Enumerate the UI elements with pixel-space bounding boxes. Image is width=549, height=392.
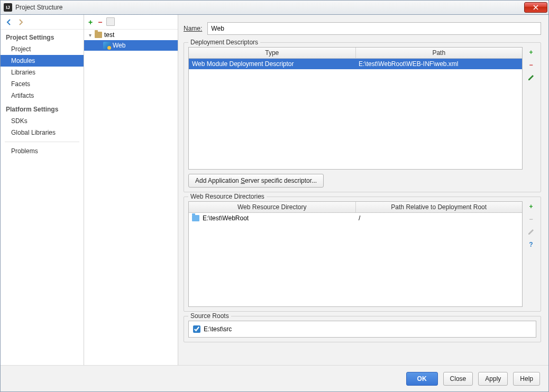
name-label: Name: bbox=[184, 25, 202, 32]
web-facet-icon bbox=[103, 42, 111, 49]
nav-toolbar bbox=[1, 15, 84, 30]
ok-button[interactable]: OK bbox=[406, 372, 438, 386]
tree-add-button[interactable]: + bbox=[88, 18, 93, 26]
group-legend: Web Resource Directories bbox=[188, 193, 267, 200]
tree-collapse-icon[interactable]: ▾ bbox=[87, 32, 93, 38]
window-close-button[interactable] bbox=[524, 2, 547, 13]
dialog-footer: OK Close Apply Help bbox=[1, 365, 548, 391]
cell-type: Web Module Deployment Descriptor bbox=[189, 59, 355, 69]
nav-divider bbox=[5, 142, 79, 142]
deploy-add-button[interactable]: + bbox=[527, 48, 535, 57]
nav-back-button[interactable] bbox=[5, 18, 13, 26]
source-roots-group: Source Roots E:\test\src bbox=[184, 316, 541, 342]
deploy-remove-button[interactable]: − bbox=[527, 61, 535, 69]
nav-item-project[interactable]: Project bbox=[1, 43, 84, 55]
tree-node-test[interactable]: ▾ test bbox=[84, 30, 178, 40]
nav-item-sdks[interactable]: SDKs bbox=[1, 115, 84, 127]
deploy-edit-button[interactable] bbox=[527, 73, 535, 82]
tree-toolbar: + − bbox=[84, 15, 178, 30]
apply-button[interactable]: Apply bbox=[478, 372, 508, 386]
tree-remove-button[interactable]: − bbox=[98, 18, 102, 26]
webres-help-button[interactable]: ? bbox=[527, 240, 535, 249]
table-row[interactable]: E:\test\WebRoot/ bbox=[189, 213, 522, 223]
webres-add-button[interactable]: + bbox=[527, 202, 535, 211]
pencil-icon bbox=[527, 74, 535, 81]
group-legend: Source Roots bbox=[188, 312, 231, 320]
folder-icon bbox=[95, 32, 102, 38]
tree-copy-button[interactable] bbox=[107, 18, 115, 26]
table-row[interactable]: Web Module Deployment DescriptorE:\test\… bbox=[189, 59, 522, 69]
app-icon: IJ bbox=[4, 3, 12, 12]
name-input[interactable] bbox=[207, 22, 541, 35]
arrow-right-icon bbox=[17, 18, 24, 26]
deployment-descriptors-group: Deployment Descriptors Type Path Web Mod… bbox=[184, 42, 541, 192]
window-title: Project Structure bbox=[15, 4, 62, 11]
folder-icon bbox=[192, 215, 199, 221]
nav-item-modules[interactable]: Modules bbox=[1, 55, 84, 67]
group-legend: Deployment Descriptors bbox=[188, 39, 260, 46]
source-root-label: E:\test\src bbox=[204, 325, 232, 333]
nav-item-artifacts[interactable]: Artifacts bbox=[1, 90, 84, 101]
tree-node-label: test bbox=[104, 31, 114, 39]
nav-forward-button[interactable] bbox=[16, 18, 25, 26]
col-type: Type bbox=[189, 48, 356, 58]
detail-panel: Name: Deployment Descriptors Type Path W… bbox=[178, 15, 548, 365]
nav-item-problems[interactable]: Problems bbox=[1, 145, 84, 157]
module-tree-panel: + − ▾ test Web bbox=[84, 15, 178, 365]
source-root-checkbox[interactable] bbox=[193, 325, 200, 333]
settings-nav: Project Settings ProjectModulesLibraries… bbox=[1, 15, 84, 365]
close-button[interactable]: Close bbox=[443, 372, 473, 386]
nav-item-global-libraries[interactable]: Global Libraries bbox=[1, 127, 84, 138]
nav-item-facets[interactable]: Facets bbox=[1, 78, 84, 90]
cell-path: E:\test\WebRoot\WEB-INF\web.xml bbox=[355, 59, 522, 69]
deployment-table[interactable]: Type Path Web Module Deployment Descript… bbox=[188, 47, 523, 170]
web-resource-directories-group: Web Resource Directories Web Resource Di… bbox=[184, 197, 541, 312]
help-button[interactable]: Help bbox=[513, 372, 540, 386]
webres-edit-button[interactable] bbox=[527, 228, 535, 236]
col-path: Path bbox=[356, 48, 523, 58]
nav-section-platform-settings: Platform Settings bbox=[1, 101, 84, 115]
col-relpath: Path Relative to Deployment Root bbox=[356, 202, 523, 212]
col-webdir: Web Resource Directory bbox=[189, 202, 356, 212]
cell-dir: E:\test\WebRoot bbox=[189, 213, 355, 223]
arrow-left-icon bbox=[5, 18, 13, 26]
titlebar: IJ Project Structure bbox=[0, 0, 549, 15]
pencil-icon bbox=[527, 228, 535, 236]
nav-section-project-settings: Project Settings bbox=[1, 30, 84, 43]
add-server-descriptor-button[interactable]: Add Application Server specific descript… bbox=[188, 174, 324, 188]
cell-relpath: / bbox=[355, 213, 522, 223]
close-icon bbox=[533, 5, 538, 10]
tree-node-web[interactable]: Web bbox=[84, 40, 178, 51]
web-resource-table[interactable]: Web Resource Directory Path Relative to … bbox=[188, 201, 523, 307]
nav-item-libraries[interactable]: Libraries bbox=[1, 67, 84, 78]
tree-node-label: Web bbox=[113, 42, 125, 49]
webres-remove-button[interactable]: − bbox=[527, 215, 535, 223]
